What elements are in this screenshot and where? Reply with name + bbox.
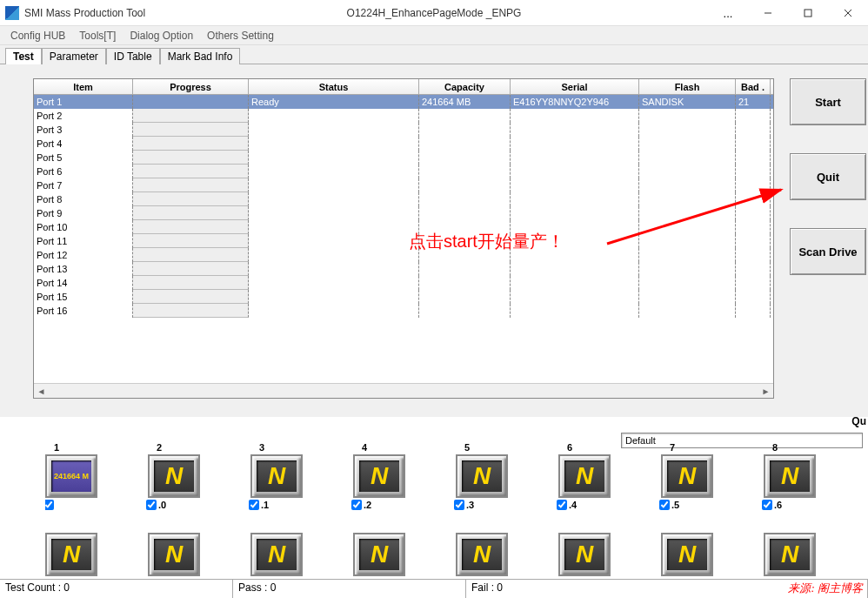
table-cell	[639, 276, 736, 290]
port-cell: 1241664 M	[45, 444, 99, 498]
port-box[interactable]: N	[456, 533, 508, 576]
port-box[interactable]: N	[45, 533, 97, 576]
col-progress[interactable]: Progress	[133, 79, 249, 94]
table-row[interactable]: Port 9	[34, 206, 773, 220]
port-checkbox[interactable]	[45, 500, 54, 510]
start-button[interactable]: Start	[790, 78, 866, 125]
port-box[interactable]: N	[456, 454, 508, 498]
col-status[interactable]: Status	[249, 79, 419, 94]
table-cell	[133, 151, 249, 165]
table-row[interactable]: Port 5	[34, 151, 773, 165]
table-cell	[133, 192, 249, 206]
table-row[interactable]: Port 1Ready241664 MBE416YY8NNYQ2Y946SAND…	[34, 95, 773, 109]
close-button[interactable]	[828, 0, 868, 26]
table-row[interactable]: Port 14	[34, 276, 773, 290]
port-box[interactable]: N	[764, 533, 816, 576]
tab-parameter[interactable]: Parameter	[42, 48, 106, 64]
port-cell: 7N.5	[661, 444, 715, 498]
port-checkbox[interactable]	[249, 500, 259, 510]
table-row[interactable]: Port 13	[34, 262, 773, 276]
table-cell	[511, 109, 639, 123]
table-cell	[736, 304, 771, 318]
minimize-button[interactable]	[748, 0, 788, 26]
table-cell	[639, 137, 736, 151]
table-row[interactable]: Port 2	[34, 109, 773, 123]
tab-id-table[interactable]: ID Table	[106, 48, 160, 64]
table-cell	[249, 165, 419, 178]
menu-dialog-option[interactable]: Dialog Option	[123, 30, 200, 42]
menu-tools[interactable]: Tools[T]	[72, 30, 123, 42]
table-row[interactable]: Port 4	[34, 137, 773, 151]
port-box[interactable]: 241664 M	[45, 454, 97, 498]
menu-others-setting[interactable]: Others Setting	[200, 30, 281, 42]
scroll-track[interactable]	[49, 384, 758, 399]
port-checkbox[interactable]	[659, 500, 670, 510]
port-box[interactable]: N	[353, 454, 405, 498]
col-bad[interactable]: Bad .	[736, 79, 771, 94]
table-row[interactable]: Port 7	[34, 178, 773, 192]
port-box[interactable]: N	[661, 533, 713, 576]
port-checkbox-label: .3	[466, 500, 474, 510]
table-cell	[639, 192, 736, 206]
port-checkbox[interactable]	[454, 500, 464, 510]
scroll-left-icon[interactable]: ◄	[34, 384, 49, 399]
port-box[interactable]: N	[148, 533, 200, 576]
port-box[interactable]: N	[558, 533, 611, 576]
table-row[interactable]: Port 16	[34, 304, 773, 318]
table-cell: Port 16	[34, 304, 133, 318]
port-cell: 3N.1	[250, 444, 304, 498]
table-cell	[133, 290, 249, 304]
table-row[interactable]: Port 11	[34, 234, 773, 248]
scroll-right-icon[interactable]: ►	[758, 384, 773, 399]
table-cell	[133, 206, 249, 220]
port-checkbox-wrap: .5	[659, 500, 679, 510]
table-cell	[133, 95, 249, 109]
port-box[interactable]: N	[353, 533, 405, 576]
port-checkbox[interactable]	[146, 500, 157, 510]
table-row[interactable]: Port 8	[34, 192, 773, 206]
table-cell	[639, 290, 736, 304]
col-item[interactable]: Item	[34, 79, 133, 94]
ellipsis-button[interactable]: ...	[708, 0, 748, 26]
tab-test[interactable]: Test	[5, 48, 42, 64]
port-box[interactable]: N	[661, 454, 713, 498]
scan-drive-button[interactable]: Scan Drive	[790, 228, 866, 275]
table-cell	[639, 109, 736, 123]
port-n-icon: N	[268, 462, 285, 490]
table-row[interactable]: Port 12	[34, 248, 773, 262]
col-capacity[interactable]: Capacity	[419, 79, 511, 94]
table-cell: Port 1	[34, 95, 133, 109]
port-box[interactable]: N	[250, 454, 303, 498]
maximize-button[interactable]	[788, 0, 828, 26]
table-cell	[249, 220, 419, 234]
table-cell	[736, 178, 771, 192]
table-cell	[419, 248, 511, 262]
port-checkbox-wrap	[45, 500, 56, 510]
table-row[interactable]: Port 10	[34, 220, 773, 234]
table-cell	[511, 151, 639, 165]
qu-label: Qu	[851, 415, 866, 427]
port-box[interactable]: N	[558, 454, 611, 498]
table-cell	[419, 178, 511, 192]
table-cell	[419, 290, 511, 304]
port-box[interactable]: N	[764, 454, 816, 498]
port-box[interactable]: N	[250, 533, 303, 576]
table-cell	[133, 304, 249, 318]
horizontal-scrollbar[interactable]: ◄ ►	[34, 383, 773, 398]
tab-mark-bad-info[interactable]: Mark Bad Info	[160, 48, 241, 64]
col-serial[interactable]: Serial	[511, 79, 639, 94]
table-row[interactable]: Port 3	[34, 123, 773, 137]
port-checkbox[interactable]	[351, 500, 362, 510]
port-cell: 2N.0	[148, 444, 202, 498]
port-number: 1	[54, 444, 59, 453]
port-checkbox[interactable]	[557, 500, 567, 510]
col-flash[interactable]: Flash	[639, 79, 736, 94]
table-cell	[511, 178, 639, 192]
port-n-icon: N	[781, 462, 798, 490]
table-row[interactable]: Port 6	[34, 165, 773, 178]
menu-config-hub[interactable]: Config HUB	[3, 30, 72, 42]
table-row[interactable]: Port 15	[34, 290, 773, 304]
port-checkbox[interactable]	[762, 500, 772, 510]
quit-button[interactable]: Quit	[790, 153, 866, 200]
port-box[interactable]: N	[148, 454, 200, 498]
